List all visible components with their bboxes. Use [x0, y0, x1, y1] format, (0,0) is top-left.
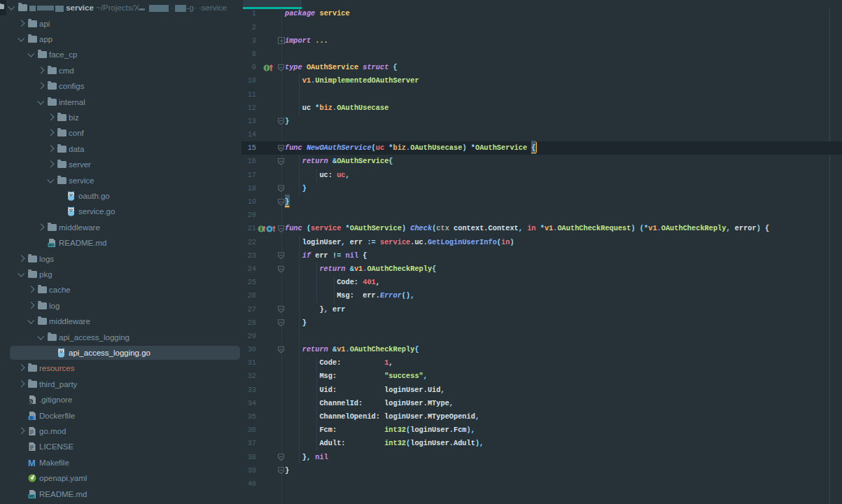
svg-text:MD: MD [29, 493, 35, 498]
svg-text:D: D [30, 415, 33, 419]
svg-text:MD: MD [49, 243, 55, 247]
